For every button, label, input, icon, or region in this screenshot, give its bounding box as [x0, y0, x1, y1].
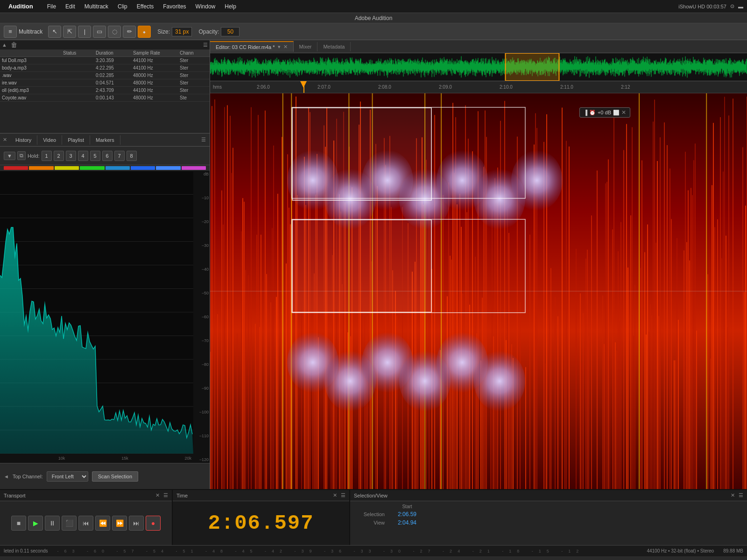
size-value[interactable]: 31 px	[172, 27, 192, 36]
spectrogram[interactable]: ▐ ⏰ +0 dB ⬜ ✕	[210, 93, 747, 489]
top-right-info: iShowU HD 00:03:57 ⊙ ▬	[678, 3, 743, 9]
hold-num-6[interactable]: 6	[102, 151, 113, 161]
menu-multitrack[interactable]: Multitrack	[80, 2, 113, 11]
hold-num-8[interactable]: 8	[127, 151, 137, 161]
dropdown-arrow-btn[interactable]: ▼	[4, 152, 15, 160]
tool-lasso-btn[interactable]: ⇱	[63, 26, 76, 38]
editor-tab-close-icon[interactable]: ✕	[283, 44, 288, 50]
expand-icon[interactable]: ⬜	[613, 110, 620, 116]
file-row[interactable]: ful Doll.mp3 3:20.359 44100 Hz Ster	[0, 57, 210, 64]
file-row[interactable]: body-a.mp3 4:22.295 44100 Hz Ster	[0, 64, 210, 72]
menu-file[interactable]: File	[42, 2, 61, 11]
tool-time-btn[interactable]: |	[78, 26, 91, 38]
dropdown-arrow-icon[interactable]: ▾	[278, 44, 281, 50]
tool-select-btn[interactable]: ↖	[48, 26, 61, 38]
file-row[interactable]: .wav 0:02.285 48000 Hz Ster	[0, 72, 210, 79]
db-label-2: −20	[193, 219, 210, 224]
sample-info: 44100 Hz • 32-bit (float) • Stereo	[647, 548, 714, 553]
channel-select[interactable]: Front Left Front Right Center	[47, 471, 88, 482]
hold-num-7[interactable]: 7	[114, 151, 125, 161]
selview-close-icon[interactable]: ✕	[731, 492, 735, 498]
file-name: ful Doll.mp3	[2, 58, 63, 63]
timeline[interactable]: hms 2:06.0 2:07.0 2:08.0 2:09.0 2:10.0 2…	[210, 81, 747, 93]
time-menu-icon[interactable]: ☰	[341, 492, 345, 498]
hold-num-2[interactable]: 2	[54, 151, 64, 161]
selview-menu-icon[interactable]: ☰	[739, 492, 743, 498]
menu-edit[interactable]: Edit	[61, 2, 80, 11]
hold-num-4[interactable]: 4	[78, 151, 88, 161]
menu-help[interactable]: Help	[220, 2, 241, 11]
editor-tab-active[interactable]: Editor: 03 CC Rider.m4a * ▾ ✕	[210, 41, 294, 52]
col-duration: Duration	[96, 50, 133, 56]
tool-lasso2-btn[interactable]: ◌	[108, 26, 121, 38]
app-name[interactable]: Audition	[4, 2, 38, 11]
color-swatch-7[interactable]	[156, 166, 180, 170]
db-label-0: dB	[193, 172, 210, 176]
color-swatch-4[interactable]	[80, 166, 104, 170]
color-swatch-5[interactable]	[106, 166, 130, 170]
transport-menu-icon[interactable]: ☰	[163, 492, 168, 498]
tab-history[interactable]: History	[10, 135, 37, 145]
menu-favorites[interactable]: Favorites	[158, 2, 190, 11]
fast-forward-btn[interactable]: ⏩	[112, 516, 127, 531]
mixer-tab[interactable]: Mixer	[294, 42, 318, 51]
hold-num-5[interactable]: 5	[90, 151, 100, 161]
arrow-left-icon[interactable]: ◄	[4, 474, 9, 479]
file-name: ire.wav	[2, 80, 63, 85]
hold-num-1[interactable]: 1	[42, 151, 52, 161]
time-close-icon[interactable]: ✕	[333, 492, 337, 498]
freq-y-axis: dB −10 −20 −30 −40 −50 −60 −70 −80 −90 −…	[193, 171, 210, 463]
color-swatch-2[interactable]	[29, 166, 53, 170]
file-row[interactable]: ire.wav 0:04.571 48000 Hz Ster	[0, 79, 210, 87]
sv-selection-row: Selection 2:06.59	[356, 511, 741, 518]
tabs-menu-icon[interactable]: ☰	[197, 136, 210, 144]
color-swatch-3[interactable]	[55, 166, 79, 170]
bottom-panels: Transport ✕ ☰ ■ ▶ ⏸ ⬛ ⏮ ⏪ ⏩ ⏭ ● Time ✕ ☰…	[0, 489, 747, 545]
file-row[interactable]: Coyote.wav 0:00.143 48000 Hz Ste	[0, 94, 210, 102]
time-panel: Time ✕ ☰ 2:06.597	[173, 490, 350, 545]
db-label-8: −80	[193, 362, 210, 367]
db-value[interactable]: +0 dB	[598, 110, 611, 115]
menu-effects[interactable]: Effects	[132, 2, 158, 11]
menu-clip[interactable]: Clip	[113, 2, 132, 11]
trash-icon[interactable]: 🗑	[11, 41, 17, 49]
transport-close-icon[interactable]: ✕	[155, 492, 160, 498]
scan-selection-btn[interactable]: Scan Selection	[92, 471, 138, 482]
go-start-btn[interactable]: ⏮	[78, 516, 93, 531]
playhead[interactable]	[303, 81, 304, 93]
loop-btn[interactable]: ⬛	[62, 516, 77, 531]
hold-num-3[interactable]: 3	[66, 151, 76, 161]
color-swatch-8[interactable]	[182, 166, 206, 170]
tab-markers[interactable]: Markers	[90, 135, 120, 145]
metadata-tab[interactable]: Metadata	[317, 42, 351, 51]
color-swatch-6[interactable]	[131, 166, 155, 170]
tool-brush-btn[interactable]: ✏	[123, 26, 136, 38]
tab-playlist[interactable]: Playlist	[62, 135, 90, 145]
title-bar: Adobe Audition	[0, 13, 747, 23]
sv-selection-value[interactable]: 2:06.59	[388, 511, 426, 518]
left-panel: ▲ 🗑 ☰ Status Duration Sample Rate Chann …	[0, 40, 210, 489]
tool-marquee-btn[interactable]: ▭	[93, 26, 106, 38]
close-popup-icon[interactable]: ✕	[621, 109, 626, 116]
go-end-btn[interactable]: ⏭	[129, 516, 144, 531]
opacity-value[interactable]: 50	[221, 27, 240, 36]
sv-view-value[interactable]: 2:04.94	[388, 519, 426, 526]
record-btn[interactable]: ●	[146, 516, 161, 531]
pause-btn[interactable]: ⏸	[45, 516, 60, 531]
stop-btn[interactable]: ■	[11, 516, 26, 531]
panel-menu-icon[interactable]: ☰	[203, 42, 208, 48]
db-label-3: −30	[193, 243, 210, 248]
tool-heal-btn[interactable]: ⬥	[138, 26, 151, 38]
file-row[interactable]: oll (edit).mp3 2:43.709 44100 Hz Ster	[0, 87, 210, 94]
mode-multitrack-btn[interactable]: ≡	[4, 26, 17, 38]
rewind-btn[interactable]: ⏪	[95, 516, 110, 531]
color-swatch-1[interactable]	[4, 166, 28, 170]
file-name: oll (edit).mp3	[2, 88, 63, 93]
tab-video[interactable]: Video	[37, 135, 62, 145]
close-panel-icon[interactable]: ✕	[0, 137, 10, 143]
menu-window[interactable]: Window	[191, 2, 220, 11]
hold-label: Hold:	[28, 153, 40, 159]
hz-label-3: 20k	[184, 456, 191, 461]
copy-hold-btn[interactable]: ⧉	[17, 151, 26, 160]
play-btn[interactable]: ▶	[28, 516, 43, 531]
